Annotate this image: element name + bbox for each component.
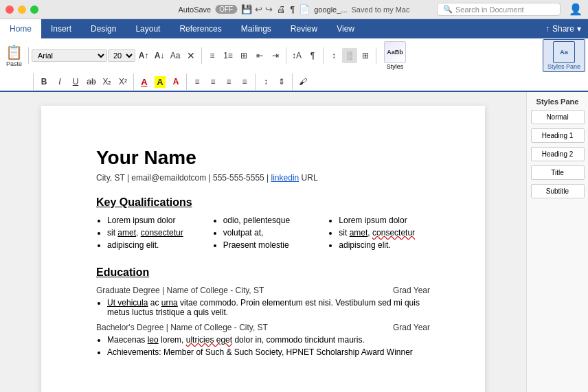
bold-button[interactable]: B xyxy=(36,74,52,89)
styles-pane-button[interactable]: Aa Styles Pane xyxy=(543,39,585,72)
tab-review[interactable]: Review xyxy=(281,19,327,38)
print-icon[interactable]: 🖨 xyxy=(277,4,286,14)
quals-col3: Lorem ipsum dolor sit amet, consectetur … xyxy=(328,216,430,253)
user-icon[interactable]: 👤 xyxy=(569,3,583,16)
toolbar-icons: 💾 ↩ ↪ xyxy=(241,4,273,14)
clear-format-button[interactable]: ✕ xyxy=(183,48,199,63)
align-center-button[interactable]: ≡ xyxy=(205,74,220,89)
share-icon: ↑ xyxy=(545,24,550,34)
maximize-button[interactable] xyxy=(30,5,38,14)
underline-button[interactable]: U xyxy=(68,74,83,89)
title-search-bar[interactable]: 🔍 Search in Document xyxy=(437,3,561,16)
text-color-button[interactable]: A xyxy=(168,74,183,89)
separator xyxy=(286,47,286,64)
autosave-badge[interactable]: OFF xyxy=(215,5,237,14)
paste-button[interactable]: 📋 Paste xyxy=(3,43,25,69)
list-item: Maecenas leo lorem, ultricies eget dolor… xyxy=(107,335,430,345)
shading-button[interactable]: ░ xyxy=(342,48,357,63)
styles-icon: AaBb xyxy=(384,41,406,63)
styles-pane-label: Styles Pane xyxy=(547,63,580,70)
qualifications-grid: Lorem ipsum dolor sit amet, consectetur … xyxy=(96,216,430,253)
share-button[interactable]: ↑ Share ▾ xyxy=(539,19,588,38)
linkedin-link[interactable]: linkedin xyxy=(271,173,299,183)
format-icon[interactable]: ¶ xyxy=(290,4,295,14)
contact-city: City, ST | email@emaildotcom | 555-555-5… xyxy=(96,173,271,183)
title-bar: AutoSave OFF 💾 ↩ ↪ 🖨 ¶ 📄 google_... Save… xyxy=(0,0,588,19)
font-name-select[interactable]: Arial xyxy=(32,49,107,62)
spacing-button[interactable]: ⇕ xyxy=(274,74,289,89)
font-color-button[interactable]: A xyxy=(137,74,152,89)
style-item-h2[interactable]: Heading 2 xyxy=(531,147,585,161)
borders-button[interactable]: ⊞ xyxy=(358,48,373,63)
tab-layout[interactable]: Layout xyxy=(126,19,170,38)
list-item: Lorem ipsum dolor xyxy=(107,216,199,225)
italic-button[interactable]: I xyxy=(52,74,67,89)
tab-insert[interactable]: Insert xyxy=(41,19,81,38)
list-item: Praesent molestie xyxy=(223,240,315,250)
quals-col2: odio, pellentesque volutpat at, Praesent… xyxy=(212,216,315,253)
filename: google_... xyxy=(314,5,347,14)
bullets-button[interactable]: ≡ xyxy=(205,48,220,63)
multilevel-list-button[interactable]: ⊞ xyxy=(236,48,251,63)
tab-design[interactable]: Design xyxy=(81,19,126,38)
tab-view[interactable]: View xyxy=(327,19,364,38)
saved-status: Saved to my Mac xyxy=(352,5,410,14)
increase-indent-button[interactable]: ⇥ xyxy=(268,48,283,63)
style-item-subtitle[interactable]: Subtitle xyxy=(531,184,585,198)
bachelor-bullets: Maecenas leo lorem, ultricies eget dolor… xyxy=(96,335,430,357)
separator xyxy=(292,73,293,90)
tab-references[interactable]: References xyxy=(170,19,231,38)
subscript-button[interactable]: X₂ xyxy=(100,74,115,89)
sort-button[interactable]: ↕A xyxy=(289,48,304,63)
line-spacing-button[interactable]: ↕ xyxy=(326,48,341,63)
line-spacing-row2-button[interactable]: ↕ xyxy=(258,74,273,89)
separator xyxy=(201,47,202,64)
style-item-normal[interactable]: Normal xyxy=(531,110,585,124)
redo-icon[interactable]: ↪ xyxy=(265,4,273,14)
show-paragraph-button[interactable]: ¶ xyxy=(305,48,320,63)
bachelor-degree: Bachelor's Degree | Name of College - Ci… xyxy=(96,323,268,332)
tab-home[interactable]: Home xyxy=(0,19,41,38)
list-item: Achievements: Member of Such & Such Soci… xyxy=(107,347,430,357)
align-right-button[interactable]: ≡ xyxy=(221,74,236,89)
doc-icon: 📄 xyxy=(299,4,310,14)
separator xyxy=(33,73,34,90)
separator xyxy=(323,47,324,64)
close-button[interactable] xyxy=(5,5,14,14)
grow-font-button[interactable]: A↑ xyxy=(136,48,151,63)
undo-icon[interactable]: ↩ xyxy=(255,4,262,14)
superscript-button[interactable]: X² xyxy=(115,74,131,89)
highlight-color-button[interactable]: A xyxy=(152,74,168,89)
decrease-indent-button[interactable]: ⇤ xyxy=(252,48,267,63)
resume-contact: City, ST | email@emaildotcom | 555-555-5… xyxy=(96,173,430,183)
styles-gallery-button[interactable]: AaBb Styles xyxy=(379,39,411,72)
document-scroll[interactable]: Your Name City, ST | email@emaildotcom |… xyxy=(0,92,526,392)
tab-mailings[interactable]: Mailings xyxy=(231,19,281,38)
list-item: adipiscing elit. xyxy=(107,240,199,250)
share-label: Share xyxy=(552,24,574,34)
separator xyxy=(133,73,134,90)
style-item-h1[interactable]: Heading 1 xyxy=(531,128,585,143)
change-case-button[interactable]: Aa xyxy=(168,48,183,63)
save-icon[interactable]: 💾 xyxy=(241,4,252,14)
list-item: sit amet, consectetur xyxy=(339,228,430,238)
contact-url: URL xyxy=(299,173,317,183)
justify-button[interactable]: ≡ xyxy=(237,74,252,89)
document-page: Your Name City, ST | email@emaildotcom |… xyxy=(41,106,485,392)
numbered-list-button[interactable]: 1≡ xyxy=(220,48,236,63)
styles-pane-icon: Aa xyxy=(553,41,575,63)
format-painter-button[interactable]: 🖌 xyxy=(295,74,310,89)
style-item-title[interactable]: Title xyxy=(531,165,585,180)
strikethrough-button[interactable]: ab xyxy=(84,74,99,89)
align-left-button[interactable]: ≡ xyxy=(190,74,205,89)
shrink-font-button[interactable]: A↓ xyxy=(152,48,167,63)
qualifications-heading: Key Qualifications xyxy=(96,196,430,209)
paste-label: Paste xyxy=(6,60,22,67)
separator xyxy=(28,47,29,64)
styles-label: Styles xyxy=(387,63,404,70)
minimize-button[interactable] xyxy=(18,5,26,14)
styles-pane-sidebar: Styles Pane Normal Heading 1 Heading 2 T… xyxy=(526,92,588,392)
font-size-select[interactable]: 20 xyxy=(108,49,135,62)
document-area: Your Name City, ST | email@emaildotcom |… xyxy=(0,92,588,392)
traffic-lights xyxy=(5,5,38,14)
